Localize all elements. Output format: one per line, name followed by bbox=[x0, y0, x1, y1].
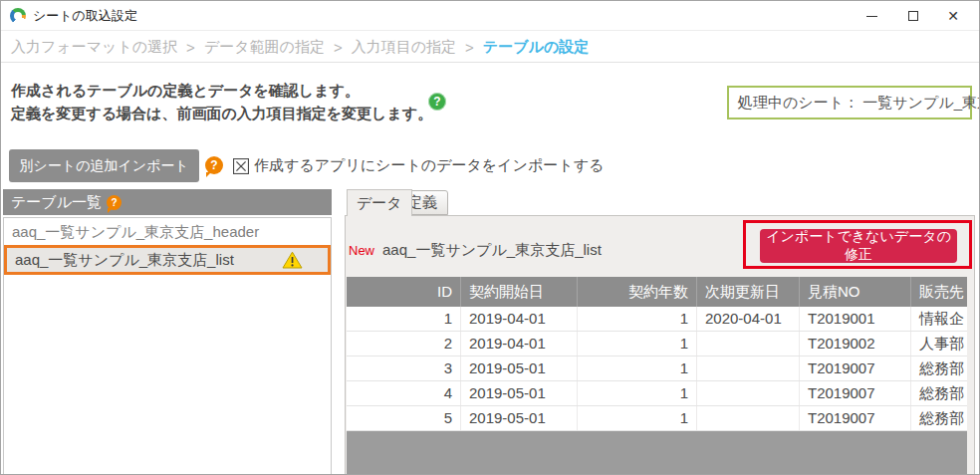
processing-sheet-box: 処理中のシート： 一覧サンプル_東京支店 bbox=[727, 86, 972, 119]
close-icon: ✕ bbox=[947, 9, 959, 23]
help-icon-green[interactable]: ? bbox=[428, 93, 446, 111]
table-cell: 情報企 bbox=[910, 307, 967, 331]
column-header-years: 契約年数 bbox=[577, 277, 696, 307]
table-cell bbox=[696, 332, 799, 356]
table-cell: 総務部 bbox=[910, 406, 967, 430]
table-empty-area bbox=[347, 431, 967, 475]
table-row: 3 2019-05-01 1 T2019007 総務部 bbox=[347, 356, 967, 381]
table-row: 1 2019-04-01 1 2020-04-01 T2019001 情報企 bbox=[347, 307, 967, 332]
table-cell: 総務部 bbox=[910, 381, 967, 405]
table-list-title: テーブル一覧 bbox=[11, 193, 102, 212]
tab-data[interactable]: データ bbox=[347, 189, 412, 216]
new-badge: New bbox=[349, 243, 374, 258]
table-cell: 2020-04-01 bbox=[696, 307, 799, 331]
import-settings-dialog: シートの取込設定 ✕ 入力フォーマットの選択 > データ範囲の指定 > 入力項目… bbox=[0, 0, 980, 475]
column-header-quote-no: 見積NO bbox=[799, 277, 910, 307]
instructions-text: 作成されるテーブルの定義とデータを確認します。 定義を変更する場合は、前画面の入… bbox=[11, 79, 432, 124]
import-data-checkbox[interactable]: 作成するアプリにシートのデータをインポートする bbox=[233, 156, 604, 175]
table-name-line: New aaq_一覧サンプル_東京支店_list bbox=[349, 241, 602, 260]
table-cell: 1 bbox=[347, 307, 460, 331]
table-cell: 2019-05-01 bbox=[460, 356, 577, 380]
column-header-renewal-date: 次期更新日 bbox=[696, 277, 799, 307]
table-cell: 2 bbox=[347, 332, 460, 356]
column-header-customer: 販売先 bbox=[910, 277, 967, 307]
table-list-item-list-selected[interactable]: aaq_一覧サンプル_東京支店_list bbox=[4, 245, 331, 275]
table-list: aaq_一覧サンプル_東京支店_header aaq_一覧サンプル_東京支店_l… bbox=[3, 217, 332, 475]
table-cell: 4 bbox=[347, 381, 460, 405]
column-header-start-date: 契約開始日 bbox=[460, 277, 577, 307]
breadcrumb-step-table[interactable]: テーブルの設定 bbox=[483, 38, 589, 57]
minimize-icon bbox=[866, 16, 877, 17]
breadcrumb-step-format[interactable]: 入力フォーマットの選択 bbox=[11, 38, 177, 57]
processing-sheet-label: 処理中のシート： 一覧サンプル_東京支店 bbox=[738, 94, 980, 113]
table-cell: 2019-04-01 bbox=[460, 307, 577, 331]
checkbox-label: 作成するアプリにシートのデータをインポートする bbox=[254, 156, 604, 175]
table-cell: 2019-04-01 bbox=[460, 332, 577, 356]
table-cell: T2019007 bbox=[799, 356, 910, 380]
table-cell: T2019007 bbox=[799, 406, 910, 430]
table-cell: 1 bbox=[577, 332, 696, 356]
maximize-button[interactable] bbox=[893, 1, 933, 31]
table-cell: T2019007 bbox=[799, 381, 910, 405]
help-icon-orange[interactable]: ? bbox=[205, 156, 223, 174]
breadcrumb-separator: > bbox=[186, 39, 195, 56]
maximize-icon bbox=[908, 11, 918, 21]
table-cell: 1 bbox=[577, 381, 696, 405]
table-row: 5 2019-05-01 1 T2019007 総務部 bbox=[347, 406, 967, 431]
warning-icon bbox=[282, 251, 303, 269]
table-cell: 5 bbox=[347, 406, 460, 430]
table-cell bbox=[696, 381, 799, 405]
table-list-item-header[interactable]: aaq_一覧サンプル_東京支店_header bbox=[4, 218, 331, 245]
table-cell: 3 bbox=[347, 356, 460, 380]
table-cell: 2019-05-01 bbox=[460, 406, 577, 430]
table-row: 2 2019-04-01 1 T2019002 人事部 bbox=[347, 332, 967, 356]
fix-unimportable-data-button[interactable]: インポートできないデータの修正 bbox=[760, 229, 957, 263]
table-header-row: ID 契約開始日 契約年数 次期更新日 見積NO 販売先 bbox=[347, 277, 967, 307]
table-cell bbox=[696, 356, 799, 380]
window-title: シートの取込設定 bbox=[33, 1, 137, 31]
instructions-line2: 定義を変更する場合は、前画面の入力項目指定を変更します。 bbox=[11, 102, 432, 124]
app-logo-icon bbox=[10, 8, 26, 24]
table-list-item-label: aaq_一覧サンプル_東京支店_list bbox=[15, 248, 234, 272]
table-cell: 人事部 bbox=[910, 332, 967, 356]
title-bar: シートの取込設定 ✕ bbox=[1, 1, 979, 31]
column-header-id: ID bbox=[347, 277, 460, 307]
add-sheet-import-button[interactable]: 別シートの追加インポート bbox=[9, 149, 199, 182]
table-cell: 1 bbox=[577, 406, 696, 430]
table-cell: T2019001 bbox=[799, 307, 910, 331]
table-list-header: テーブル一覧 ? bbox=[3, 189, 332, 215]
breadcrumb-step-range[interactable]: データ範囲の指定 bbox=[204, 38, 325, 57]
instructions-line1: 作成されるテーブルの定義とデータを確認します。 bbox=[11, 79, 432, 102]
checkbox-checked-icon bbox=[233, 158, 249, 174]
target-table-name: aaq_一覧サンプル_東京支店_list bbox=[382, 241, 602, 260]
data-preview-table: ID 契約開始日 契約年数 次期更新日 見積NO 販売先 1 2019-04-0… bbox=[347, 277, 967, 431]
table-cell: 2019-05-01 bbox=[460, 381, 577, 405]
help-icon-table-list[interactable]: ? bbox=[107, 195, 122, 210]
table-cell: T2019002 bbox=[799, 332, 910, 356]
breadcrumb-step-fields[interactable]: 入力項目の指定 bbox=[352, 38, 456, 57]
table-cell: 1 bbox=[577, 356, 696, 380]
table-list-item-label: aaq_一覧サンプル_東京支店_header bbox=[12, 223, 259, 240]
table-cell: 1 bbox=[577, 307, 696, 331]
breadcrumb-separator: > bbox=[334, 39, 343, 56]
breadcrumb: 入力フォーマットの選択 > データ範囲の指定 > 入力項目の指定 > テーブルの… bbox=[1, 32, 979, 63]
close-button[interactable]: ✕ bbox=[933, 1, 973, 31]
breadcrumb-separator: > bbox=[465, 39, 474, 56]
table-row: 4 2019-05-01 1 T2019007 総務部 bbox=[347, 381, 967, 406]
table-cell bbox=[696, 406, 799, 430]
minimize-button[interactable] bbox=[852, 1, 891, 31]
table-cell: 総務部 bbox=[910, 356, 967, 380]
